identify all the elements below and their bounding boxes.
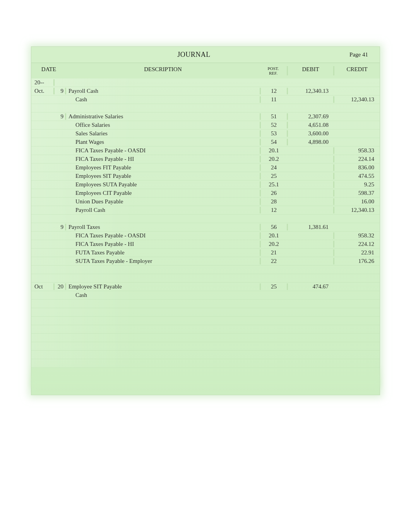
journal-ledger: JOURNAL Page 41 DATE DESCRIPTION POST. R… <box>31 46 380 395</box>
cell-debit: 474.67 <box>287 283 333 290</box>
journal-row <box>31 274 380 283</box>
column-headers: DATE DESCRIPTION POST. REF. DEBIT CREDIT <box>31 63 380 78</box>
journal-row: FICA Taxes Payable - OASDI20.1958.32 <box>31 232 380 240</box>
journal-row: 9Payroll Taxes561,381.61 <box>31 223 380 232</box>
journal-row: Employees CIT Payable26598.37 <box>31 189 380 198</box>
journal-row: Plant Wages544,898.00 <box>31 138 380 147</box>
cell-credit: 12,340.13 <box>333 96 380 103</box>
cell-day: 9 <box>55 224 66 230</box>
cell-description: Union Dues Payable <box>66 198 260 205</box>
journal-page: Page 41 <box>322 51 368 58</box>
header-credit: CREDIT <box>333 66 380 75</box>
cell-post-ref: 56 <box>260 224 287 230</box>
journal-rows: 20--Oct.9Payroll Cash1212,340.13Cash1112… <box>31 78 380 368</box>
journal-row <box>31 325 380 334</box>
cell-credit: 16.00 <box>333 198 380 205</box>
cell-description: Payroll Taxes <box>66 224 260 230</box>
cell-date: Oct <box>31 283 55 290</box>
cell-description: Employees SUTA Payable <box>66 181 260 188</box>
cell-post-ref: 26 <box>260 190 287 196</box>
cell-post-ref: 20.1 <box>260 232 287 239</box>
cell-post-ref: 25 <box>260 173 287 179</box>
cell-description: Employee SIT Payable <box>66 283 260 290</box>
journal-row <box>31 334 380 342</box>
cell-credit: 958.33 <box>333 147 380 154</box>
cell-credit: 176.26 <box>333 258 380 264</box>
header-post: POST. <box>268 66 279 71</box>
journal-row <box>31 300 380 308</box>
cell-description: Employees SIT Payable <box>66 173 260 179</box>
journal-row: 9Administrative Salaries512,307.69 <box>31 113 380 121</box>
cell-day: 9 <box>55 88 66 94</box>
journal-row <box>31 317 380 325</box>
cell-credit: 958.32 <box>333 232 380 239</box>
journal-row: Employees SIT Payable25474.55 <box>31 172 380 181</box>
cell-credit: 12,340.13 <box>333 207 380 213</box>
cell-post-ref: 12 <box>260 88 287 94</box>
header-debit: DEBIT <box>287 66 333 75</box>
cell-description: Administrative Salaries <box>66 113 260 120</box>
header-description: DESCRIPTION <box>66 66 260 75</box>
cell-post-ref: 20.2 <box>260 241 287 247</box>
cell-description: FUTA Taxes Payable <box>66 249 260 256</box>
cell-date: Oct. <box>31 88 55 94</box>
cell-credit: 836.00 <box>333 164 380 171</box>
journal-row <box>31 351 380 359</box>
cell-description: Payroll Cash <box>66 88 260 94</box>
cell-debit: 3,600.00 <box>287 130 333 137</box>
journal-row: Cash <box>31 291 380 300</box>
cell-post-ref: 53 <box>260 130 287 137</box>
journal-row: SUTA Taxes Payable - Employer22176.26 <box>31 257 380 266</box>
cell-description: FICA Taxes Payable - HI <box>66 241 260 247</box>
journal-row <box>31 308 380 317</box>
cell-post-ref: 20.2 <box>260 156 287 162</box>
cell-credit: 598.37 <box>333 190 380 196</box>
journal-row: Employees FIT Payable24836.00 <box>31 164 380 172</box>
cell-debit: 4,651.08 <box>287 122 333 128</box>
cell-credit: 22.91 <box>333 249 380 256</box>
cell-post-ref: 25.1 <box>260 181 287 188</box>
cell-description: Cash <box>66 96 260 103</box>
cell-description: Sales Salaries <box>66 130 260 137</box>
journal-title: JOURNAL <box>66 51 322 59</box>
cell-post-ref: 25 <box>260 283 287 290</box>
cell-description: Cash <box>66 292 260 298</box>
cell-credit: 474.55 <box>333 173 380 179</box>
journal-row: Oct20Employee SIT Payable25474.67 <box>31 283 380 291</box>
journal-row: Employees SUTA Payable25.19.25 <box>31 181 380 189</box>
cell-post-ref: 21 <box>260 249 287 256</box>
cell-description: SUTA Taxes Payable - Employer <box>66 258 260 264</box>
journal-row: Union Dues Payable2816.00 <box>31 198 380 206</box>
cell-description: Payroll Cash <box>66 207 260 213</box>
journal-row: Cash1112,340.13 <box>31 95 380 104</box>
journal-row: FICA Taxes Payable - OASDI20.1958.33 <box>31 147 380 155</box>
journal-row: Sales Salaries533,600.00 <box>31 130 380 138</box>
header-date: DATE <box>31 66 66 75</box>
cell-description: Employees CIT Payable <box>66 190 260 196</box>
cell-credit: 9.25 <box>333 181 380 188</box>
page-label: Page <box>349 51 361 58</box>
cell-description: FICA Taxes Payable - HI <box>66 156 260 162</box>
journal-row: Payroll Cash1212,340.13 <box>31 206 380 215</box>
cell-description: FICA Taxes Payable - OASDI <box>66 232 260 239</box>
journal-row: FICA Taxes Payable - HI20.2224.14 <box>31 155 380 164</box>
journal-row <box>31 266 380 274</box>
cell-post-ref: 12 <box>260 207 287 213</box>
cell-description: FICA Taxes Payable - OASDI <box>66 147 260 154</box>
cell-post-ref: 52 <box>260 122 287 128</box>
cell-post-ref: 54 <box>260 139 287 145</box>
cell-description: Office Salaries <box>66 122 260 128</box>
cell-post-ref: 22 <box>260 258 287 264</box>
cell-credit: 224.12 <box>333 241 380 247</box>
cell-post-ref: 20.1 <box>260 147 287 154</box>
cell-day: 9 <box>55 113 66 120</box>
cell-credit: 224.14 <box>333 156 380 162</box>
header-ref: REF. <box>269 71 277 75</box>
cell-post-ref: 24 <box>260 164 287 171</box>
cell-description: Employees FIT Payable <box>66 164 260 171</box>
journal-row <box>31 215 380 223</box>
journal-row <box>31 104 380 113</box>
journal-row <box>31 342 380 351</box>
cell-description: Plant Wages <box>66 139 260 145</box>
page-number: 41 <box>362 51 368 58</box>
